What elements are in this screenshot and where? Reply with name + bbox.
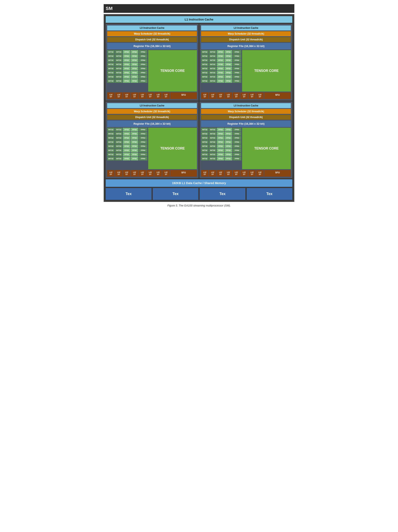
ld-st: LD/ST: [147, 92, 154, 99]
int32-core: INT32: [201, 132, 209, 136]
fp64-core: FP64: [233, 75, 241, 79]
fp32-core: FP32: [123, 157, 130, 160]
tensor-core-4: TENSOR CORE: [242, 128, 291, 169]
ld-st: LD/ST: [131, 92, 138, 99]
int32-core: INT32: [115, 50, 123, 54]
register-file-2: Register File (16,384 x 32-bit): [201, 43, 291, 49]
int32-core: INT32: [209, 75, 216, 79]
cores-area-2: INT32 INT32 FP32 FP32 FP64 INT32 INT32 F…: [201, 50, 291, 92]
int32-core: INT32: [209, 79, 216, 83]
fp32-core: FP32: [225, 63, 232, 66]
int32-core: INT32: [107, 71, 115, 75]
int32-core: INT32: [115, 128, 123, 132]
ld-st-sfu-row-2: LD/ST LD/ST LD/ST LD/ST LD/ST LD/ST LD/S…: [201, 92, 291, 99]
ld-st: LD/ST: [154, 170, 162, 177]
ld-st-sfu-row-1: LD/ST LD/ST LD/ST LD/ST LD/ST LD/ST LD/S…: [107, 92, 197, 99]
ld-st: LD/ST: [225, 92, 232, 99]
register-file-1: Register File (16,384 x 32-bit): [107, 43, 197, 49]
fp32-core: FP32: [123, 79, 130, 83]
int32-core: INT32: [115, 67, 123, 70]
fp32-core: FP32: [225, 153, 232, 156]
int32-core: INT32: [201, 128, 209, 132]
fp64-core: FP64: [139, 128, 147, 132]
tensor-core-1: TENSOR CORE: [148, 50, 197, 92]
l1-data-cache: 192KB L1 Data Cache / Shared Memory: [106, 179, 292, 187]
fp64-core: FP64: [139, 50, 147, 54]
fp32-core: FP32: [131, 140, 138, 144]
core-row: INT32 INT32 FP32 FP32 FP64: [107, 50, 147, 54]
int32-core: INT32: [107, 128, 115, 132]
fp32-core: FP32: [131, 75, 138, 79]
warp-scheduler-3: Warp Scheduler (32 thread/clk): [107, 109, 197, 114]
ld-st: LD/ST: [154, 92, 162, 99]
warp-scheduler-1: Warp Scheduler (32 thread/clk): [107, 31, 197, 36]
fp64-core: FP64: [233, 50, 241, 54]
fp32-core: FP32: [123, 54, 130, 58]
ld-st: LD/ST: [217, 92, 224, 99]
int32-core: INT32: [115, 140, 123, 144]
warp-scheduler-2: Warp Scheduler (32 thread/clk): [201, 31, 291, 36]
int32-core: INT32: [209, 153, 216, 156]
quadrant-2: L0 Instruction Cache Warp Scheduler (32 …: [200, 24, 292, 101]
tex-row: Tex Tex Tex Tex: [106, 188, 292, 200]
int32-core: INT32: [115, 148, 123, 152]
fp64-core: FP64: [233, 67, 241, 70]
fp32-core: FP32: [225, 132, 232, 136]
fp32-core: FP32: [123, 153, 130, 156]
fp32-core: FP32: [225, 54, 232, 58]
core-row: INT32 INT32 FP32 FP32 FP64: [107, 58, 147, 62]
int32-core: INT32: [201, 71, 209, 75]
core-row: INT32 INT32 FP32 FP32 FP64: [201, 136, 241, 140]
ld-st: LD/ST: [201, 92, 209, 99]
core-row: INT32 INT32 FP32 FP32 FP64: [107, 144, 147, 148]
fp32-core: FP32: [217, 128, 224, 132]
core-row: INT32 INT32 FP32 FP32 FP64: [107, 132, 147, 136]
fp64-core: FP64: [233, 58, 241, 62]
int32-core: INT32: [209, 67, 216, 70]
fp32-core: FP32: [217, 79, 224, 83]
int32-core: INT32: [209, 58, 216, 62]
fp64-core: FP64: [139, 79, 147, 83]
ld-st: LD/ST: [115, 92, 123, 99]
fp64-core: FP64: [139, 136, 147, 140]
ld-st: LD/ST: [107, 170, 115, 177]
ld-st: LD/ST: [107, 92, 115, 99]
int32-core: INT32: [107, 136, 115, 140]
core-row: INT32 INT32 FP32 FP32 FP64: [201, 144, 241, 148]
fp64-core: FP64: [139, 153, 147, 156]
ld-st: LD/ST: [217, 170, 224, 177]
int32-core: INT32: [201, 153, 209, 156]
fp32-core: FP32: [217, 153, 224, 156]
quadrant-3: L0 Instruction Cache Warp Scheduler (32 …: [106, 102, 198, 178]
fp64-core: FP64: [233, 157, 241, 160]
int32-core: INT32: [209, 71, 216, 75]
ld-st: LD/ST: [147, 170, 154, 177]
dispatch-unit-3: Dispatch Unit (32 thread/clk): [107, 115, 197, 120]
ld-st-sfu-row-3: LD/ST LD/ST LD/ST LD/ST LD/ST LD/ST LD/S…: [107, 170, 197, 177]
int32-core: INT32: [209, 136, 216, 140]
fp32-core: FP32: [225, 144, 232, 148]
int32-core: INT32: [201, 58, 209, 62]
int32-core: INT32: [115, 63, 123, 66]
fp32-core: FP32: [217, 136, 224, 140]
int32-core: INT32: [115, 136, 123, 140]
sm-container: L1 Instruction Cache L0 Instruction Cach…: [104, 14, 294, 202]
fp32-core: FP32: [123, 140, 130, 144]
fp32-core: FP32: [123, 67, 130, 70]
fp64-core: FP64: [233, 140, 241, 144]
quadrant-4: L0 Instruction Cache Warp Scheduler (32 …: [200, 102, 292, 178]
fp64-core: FP64: [139, 71, 147, 75]
fp32-core: FP32: [131, 71, 138, 75]
quadrants-row-bottom: L0 Instruction Cache Warp Scheduler (32 …: [106, 102, 292, 178]
int32-core: INT32: [115, 58, 123, 62]
int32-core: INT32: [107, 140, 115, 144]
fp32-core: FP32: [225, 128, 232, 132]
core-row: INT32 INT32 FP32 FP32 FP64: [107, 157, 147, 160]
core-row: INT32 INT32 FP32 FP32 FP64: [201, 58, 241, 62]
core-row: INT32 INT32 FP32 FP32 FP64: [201, 79, 241, 83]
int32-core: INT32: [115, 144, 123, 148]
quadrants-row: L0 Instruction Cache Warp Scheduler (32 …: [106, 24, 292, 101]
fp64-core: FP64: [233, 153, 241, 156]
ld-st: LD/ST: [139, 170, 146, 177]
int32-core: INT32: [209, 54, 216, 58]
